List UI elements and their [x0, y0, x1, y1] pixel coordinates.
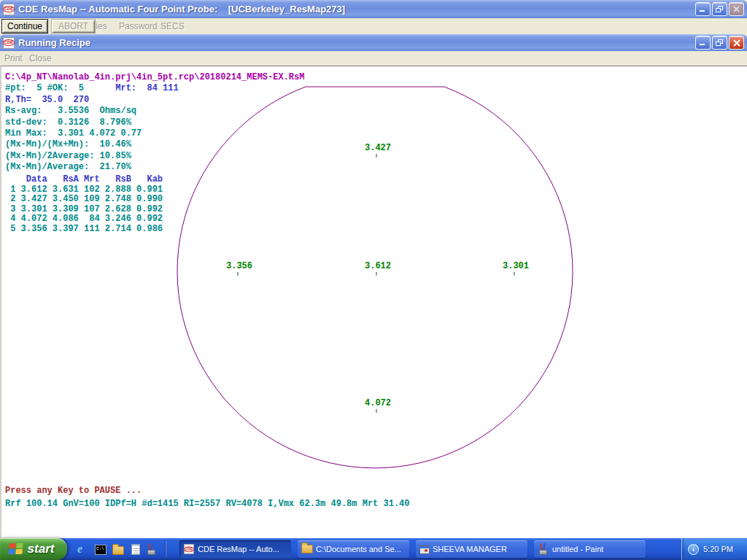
cde-app-icon: CDE — [184, 544, 194, 554]
task-button-strip: CDE CDE ResMap -- Auto... C:\Documents a… — [179, 540, 681, 558]
paint-icon — [538, 543, 549, 555]
main-close-button[interactable] — [729, 2, 744, 16]
restore-icon — [716, 6, 724, 13]
menu-item-password[interactable]: Password — [119, 21, 158, 31]
command-prompt-icon[interactable]: C:\ — [95, 545, 107, 555]
quick-launch-bar: e C:\ — [77, 543, 158, 555]
site-marker — [376, 409, 377, 413]
main-menubar: Utilities Password SECS Continue ABORT — [0, 18, 747, 34]
minimize-icon — [700, 6, 706, 12]
main-restore-button[interactable] — [712, 2, 727, 16]
wafer-map-outline — [1, 66, 747, 538]
cde-app-icon: CDE — [3, 4, 15, 15]
site-marker — [376, 272, 377, 276]
probe-status-line: Rrf 100.14 GnV=100 IDPf=H #d=1415 RI=255… — [5, 499, 410, 509]
pause-message: Press any Key to PAUSE ... — [5, 486, 142, 496]
continue-button[interactable]: Continue — [1, 19, 48, 34]
wafer-site-value: 3.427 — [365, 143, 391, 153]
app-window-icon — [419, 545, 430, 554]
recipe-window-titlebar: CDE Running Recipe — [0, 34, 747, 51]
windows-flag-icon — [8, 543, 25, 555]
site-marker — [237, 272, 239, 276]
recipe-window-title: Running Recipe — [18, 37, 695, 48]
minimize-icon — [700, 39, 706, 46]
menu-item-close[interactable]: Close — [29, 53, 52, 63]
wafer-site-value: 4.072 — [365, 398, 391, 408]
folder-icon — [301, 545, 313, 553]
restore-icon — [716, 39, 724, 47]
internet-explorer-icon[interactable]: e — [77, 543, 89, 555]
recipe-menubar: Print Close — [0, 51, 747, 66]
start-button-label: start — [28, 542, 59, 556]
taskbar: start e C:\ CDE CDE ResMap -- Auto... C:… — [0, 538, 747, 560]
close-icon — [733, 6, 740, 12]
close-icon — [733, 39, 740, 47]
recipe-restore-button[interactable] — [712, 36, 727, 50]
task-button-sheeva-manager[interactable]: SHEEVA MANAGER — [416, 540, 527, 558]
notepad-icon[interactable] — [131, 544, 140, 555]
recipe-close-button[interactable] — [729, 36, 744, 50]
recipe-report-area: C:\4p_NT\Nanolab_4in.prj\4in_5pt.rcp\201… — [0, 66, 747, 538]
main-window-titlebar: CDE CDE ResMap -- Automatic Four Point P… — [0, 0, 747, 18]
wafer-site-value: 3.356 — [226, 261, 252, 271]
taskbar-divider — [165, 541, 166, 557]
paint-icon[interactable] — [146, 543, 158, 555]
abort-button[interactable]: ABORT — [51, 19, 96, 34]
start-button[interactable]: start — [0, 538, 67, 560]
cde-recipe-icon: CDE — [3, 37, 15, 49]
tray-collapse-chevron-icon[interactable]: ‹ — [688, 544, 699, 555]
main-minimize-button[interactable] — [695, 2, 711, 16]
task-button-explorer[interactable]: C:\Documents and Se... — [298, 540, 409, 558]
site-marker — [514, 272, 515, 276]
menu-item-secs[interactable]: SECS — [160, 21, 185, 31]
wafer-site-value: 3.301 — [503, 261, 529, 271]
site-marker — [376, 154, 377, 158]
wafer-site-value: 3.612 — [365, 261, 391, 271]
menu-item-print[interactable]: Print — [4, 53, 23, 63]
recipe-minimize-button[interactable] — [695, 36, 711, 50]
folder-icon[interactable] — [112, 546, 124, 555]
main-window-title: CDE ResMap -- Automatic Four Point Probe… — [18, 4, 695, 15]
system-tray: ‹ 5:20 PM — [681, 538, 747, 560]
taskbar-clock[interactable]: 5:20 PM — [703, 545, 733, 553]
task-button-cde-resmap[interactable]: CDE CDE ResMap -- Auto... — [179, 540, 291, 558]
task-button-paint[interactable]: untitled - Paint — [534, 540, 646, 558]
